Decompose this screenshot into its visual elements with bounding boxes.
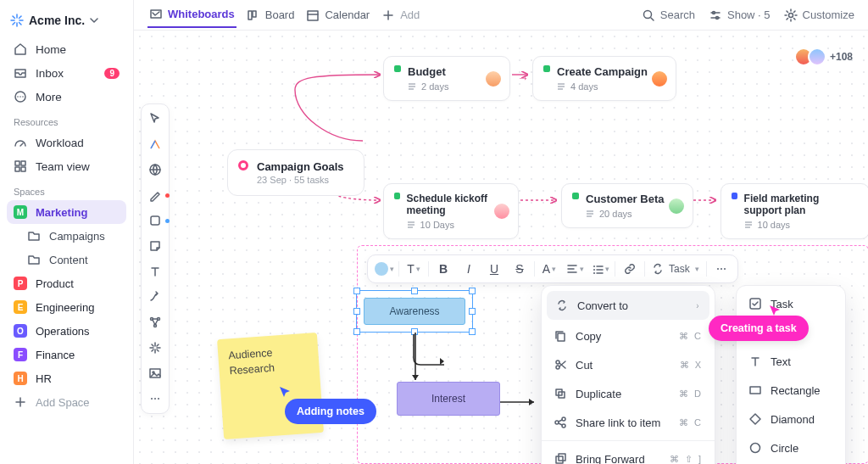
card-budget[interactable]: Budget 2 days <box>383 56 510 101</box>
menu-convert-to[interactable]: Convert to <box>547 291 709 320</box>
menu-duplicate[interactable]: Duplicate⌘ D <box>542 379 715 408</box>
tool-more[interactable] <box>146 389 164 408</box>
menu-bring-forward[interactable]: Bring Forward⌘ ⇧ ] <box>542 444 715 464</box>
svg-point-44 <box>724 268 726 270</box>
folder-icon <box>27 253 41 266</box>
space-content[interactable]: Content <box>7 248 126 271</box>
plus-icon <box>14 395 27 409</box>
menu-copy[interactable]: Copy⌘ C <box>542 321 715 350</box>
svg-rect-13 <box>15 161 19 165</box>
presence-extra: +108 <box>830 51 853 63</box>
nav-home[interactable]: Home <box>7 37 126 61</box>
convert-submenu: Task Note Text Rectangle Diamond Circle … <box>736 285 846 464</box>
whiteboard-canvas[interactable]: +108 <box>134 31 868 464</box>
align-icon <box>566 263 578 275</box>
tab-calendar[interactable]: Calendar <box>304 3 371 27</box>
card-customer-beta[interactable]: Customer Beta 20 days <box>561 183 693 228</box>
dots-icon <box>715 263 727 275</box>
tool-magic[interactable] <box>146 338 164 357</box>
format-link[interactable] <box>617 258 643 280</box>
add-space-button[interactable]: Add Space <box>7 390 126 414</box>
submenu-task[interactable]: Task <box>737 289 845 318</box>
task-icon <box>148 137 162 151</box>
tab-board[interactable]: Board <box>245 3 297 27</box>
space-finance[interactable]: F Finance <box>7 343 126 366</box>
workspace-switcher[interactable]: Acme Inc. <box>7 8 126 32</box>
lines-icon <box>557 82 565 91</box>
show-button[interactable]: Show · 5 <box>709 8 771 22</box>
tool-task[interactable] <box>146 135 164 154</box>
space-hr[interactable]: H HR <box>7 366 126 390</box>
submenu-text[interactable]: Text <box>737 347 845 376</box>
format-underline[interactable]: U <box>481 258 507 280</box>
tool-web[interactable] <box>146 160 164 179</box>
tool-shape[interactable] <box>146 211 164 230</box>
cursor-blue-icon <box>278 385 293 400</box>
card-field-marketing[interactable]: Field marketing support plan 10 days <box>721 183 868 239</box>
format-bold[interactable]: B <box>431 258 456 280</box>
section-resources: Resources <box>7 109 126 131</box>
svg-rect-14 <box>21 161 25 165</box>
format-font[interactable]: T▾ <box>401 258 426 280</box>
format-textcolor[interactable]: A▾ <box>537 258 562 280</box>
space-operations[interactable]: O Operations <box>7 319 126 343</box>
nav-workload[interactable]: Workload <box>7 131 126 154</box>
space-product[interactable]: P Product <box>7 271 126 295</box>
submenu-rectangle[interactable]: Rectangle <box>737 376 845 405</box>
nav-more[interactable]: More <box>7 85 126 109</box>
board-icon <box>247 8 260 22</box>
format-strike[interactable]: S <box>507 258 532 280</box>
calendar-icon <box>306 8 320 22</box>
status-icon <box>394 65 401 72</box>
sparkle-icon <box>148 341 162 355</box>
status-ring-icon <box>238 160 248 171</box>
space-campaigns[interactable]: Campaigns <box>7 224 126 248</box>
avatar <box>667 197 686 215</box>
avatar <box>492 202 511 221</box>
whiteboard-icon <box>149 8 163 21</box>
customize-button[interactable]: Customize <box>784 8 854 22</box>
list-icon <box>592 263 604 275</box>
format-list[interactable]: ▾ <box>587 258 613 280</box>
tool-image[interactable] <box>146 364 164 383</box>
card-create-campaign[interactable]: Create Campaign 4 days <box>532 56 676 101</box>
format-fill[interactable]: ▾ <box>371 258 397 280</box>
format-more[interactable] <box>709 258 734 280</box>
submenu-circle[interactable]: Circle <box>737 433 845 462</box>
tab-whiteboards[interactable]: Whiteboards <box>147 3 236 28</box>
tab-add[interactable]: Add <box>380 3 421 27</box>
arrow-icon: → <box>517 71 529 85</box>
nav-inbox[interactable]: Inbox 9 <box>7 61 126 85</box>
search-button[interactable]: Search <box>642 8 695 22</box>
lines-icon <box>744 221 753 229</box>
space-engineering[interactable]: E Engineering <box>7 295 126 319</box>
tool-pointer[interactable] <box>146 109 164 128</box>
sliders-icon <box>709 8 722 22</box>
menu-cut[interactable]: Cut⌘ X <box>542 350 715 379</box>
svg-line-4 <box>13 16 15 19</box>
tool-pen[interactable] <box>146 186 164 204</box>
tool-sticky[interactable] <box>146 237 164 255</box>
format-convert-task[interactable]: Task ▾ <box>647 263 704 275</box>
workspace-name: Acme Inc. <box>29 14 85 27</box>
menu-share-link[interactable]: Share link to item⌘ C <box>542 408 715 437</box>
submenu-diamond[interactable]: Diamond <box>737 405 845 433</box>
format-italic[interactable]: I <box>456 258 481 280</box>
presence-stack[interactable]: +108 <box>799 48 853 66</box>
section-spaces: Spaces <box>7 178 126 200</box>
format-align[interactable]: ▾ <box>562 258 587 280</box>
card-kickoff[interactable]: Schedule kickoff meeting 10 Days <box>383 183 519 239</box>
format-toolbar: ▾ T▾ B I U S A▾ ▾ ▾ Task <box>367 254 738 283</box>
logo-icon <box>10 14 24 27</box>
cursor-icon <box>148 112 162 126</box>
convert-icon <box>652 263 664 275</box>
nav-teamview[interactable]: Team view <box>7 154 126 178</box>
tool-connector[interactable] <box>146 288 164 306</box>
card-campaign-goals[interactable]: Campaign Goals 23 Sep · 55 tasks <box>227 149 364 196</box>
space-marketing[interactable]: M Marketing <box>7 200 126 224</box>
shape-interest[interactable]: Interest <box>397 382 500 416</box>
avatar <box>650 70 669 88</box>
shape-awareness[interactable]: Awareness <box>356 290 473 333</box>
tool-text[interactable] <box>146 262 164 281</box>
tool-mindmap[interactable] <box>146 313 164 332</box>
